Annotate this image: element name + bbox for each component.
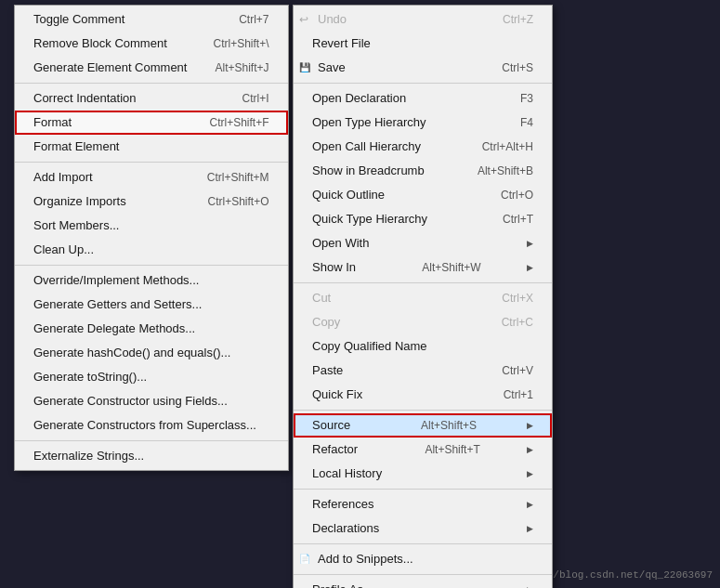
menu-copy-qualified-name[interactable]: Copy Qualified Name xyxy=(294,334,552,359)
undo-icon: ↩ xyxy=(299,10,308,29)
menu-quick-type-hierarchy[interactable]: Quick Type Hierarchy Ctrl+T xyxy=(294,207,552,231)
menu-quick-fix[interactable]: Quick Fix Ctrl+1 xyxy=(294,383,552,407)
save-icon: 💾 xyxy=(299,59,310,77)
menu-show-breadcrumb[interactable]: Show in Breadcrumb Alt+Shift+B xyxy=(294,159,552,183)
menu-generate-getters-setters[interactable]: Generate Getters and Setters... xyxy=(15,293,288,317)
menu-save[interactable]: 💾 Save Ctrl+S xyxy=(294,56,552,80)
menu-open-call-hierarchy[interactable]: Open Call Hierarchy Ctrl+Alt+H xyxy=(294,135,552,159)
separator xyxy=(294,489,552,490)
menu-source[interactable]: Source Alt+Shift+S xyxy=(294,413,552,438)
menu-references[interactable]: References xyxy=(294,492,552,516)
menu-override-implement[interactable]: Override/Implement Methods... xyxy=(15,268,288,293)
menu-remove-block-comment[interactable]: Remove Block Comment Ctrl+Shift+\ xyxy=(15,32,288,56)
menu-copy[interactable]: Copy Ctrl+C xyxy=(294,310,552,334)
menu-undo[interactable]: ↩ Undo Ctrl+Z xyxy=(294,7,552,32)
menu-quick-outline[interactable]: Quick Outline Ctrl+O xyxy=(294,183,552,207)
menu-generate-delegate[interactable]: Generate Delegate Methods... xyxy=(15,317,288,341)
right-context-menu: ↩ Undo Ctrl+Z Revert File 💾 Save Ctrl+S … xyxy=(293,5,553,588)
menu-add-import[interactable]: Add Import Ctrl+Shift+M xyxy=(15,165,288,189)
menu-toggle-comment[interactable]: Toggle Comment Ctrl+7 xyxy=(15,7,288,32)
menu-open-declaration[interactable]: Open Declaration F3 xyxy=(294,86,552,111)
menu-paste[interactable]: Paste Ctrl+V xyxy=(294,359,552,383)
menu-correct-indentation[interactable]: Correct Indentation Ctrl+I xyxy=(15,86,288,111)
separator xyxy=(294,282,552,283)
menu-clean-up[interactable]: Clean Up... xyxy=(15,238,288,262)
menu-revert-file[interactable]: Revert File xyxy=(294,32,552,56)
separator xyxy=(15,265,288,266)
snippets-icon: 📄 xyxy=(299,550,310,568)
menu-generate-constructors-superclass[interactable]: Generate Constructors from Superclass... xyxy=(15,413,288,438)
separator xyxy=(294,410,552,411)
menu-profile-as[interactable]: Profile As xyxy=(294,578,552,588)
menu-cut[interactable]: Cut Ctrl+X xyxy=(294,286,552,310)
menu-declarations[interactable]: Declarations xyxy=(294,516,552,541)
menu-open-with[interactable]: Open With xyxy=(294,231,552,255)
separator xyxy=(15,83,288,84)
separator xyxy=(294,83,552,84)
menu-generate-hashcode-equals[interactable]: Generate hashCode() and equals()... xyxy=(15,341,288,365)
menu-open-type-hierarchy[interactable]: Open Type Hierarchy F4 xyxy=(294,111,552,135)
separator xyxy=(15,162,288,163)
menu-generate-element-comment[interactable]: Generate Element Comment Alt+Shift+J xyxy=(15,56,288,80)
menu-generate-constructor-fields[interactable]: Generate Constructor using Fields... xyxy=(15,389,288,413)
left-context-menu: Toggle Comment Ctrl+7 Remove Block Comme… xyxy=(14,5,289,471)
separator xyxy=(15,440,288,441)
separator xyxy=(294,543,552,544)
menu-local-history[interactable]: Local History xyxy=(294,462,552,486)
menu-generate-tostring[interactable]: Generate toString()... xyxy=(15,365,288,389)
menu-format[interactable]: Format Ctrl+Shift+F xyxy=(15,111,288,135)
menu-externalize-strings[interactable]: Externalize Strings... xyxy=(15,444,288,468)
menu-format-element[interactable]: Format Element xyxy=(15,135,288,159)
separator xyxy=(294,574,552,575)
menu-organize-imports[interactable]: Organize Imports Ctrl+Shift+O xyxy=(15,189,288,214)
menu-refactor[interactable]: Refactor Alt+Shift+T xyxy=(294,438,552,462)
menu-add-snippets[interactable]: 📄 Add to Snippets... xyxy=(294,547,552,571)
menu-show-in[interactable]: Show In Alt+Shift+W xyxy=(294,255,552,280)
menu-sort-members[interactable]: Sort Members... xyxy=(15,214,288,238)
